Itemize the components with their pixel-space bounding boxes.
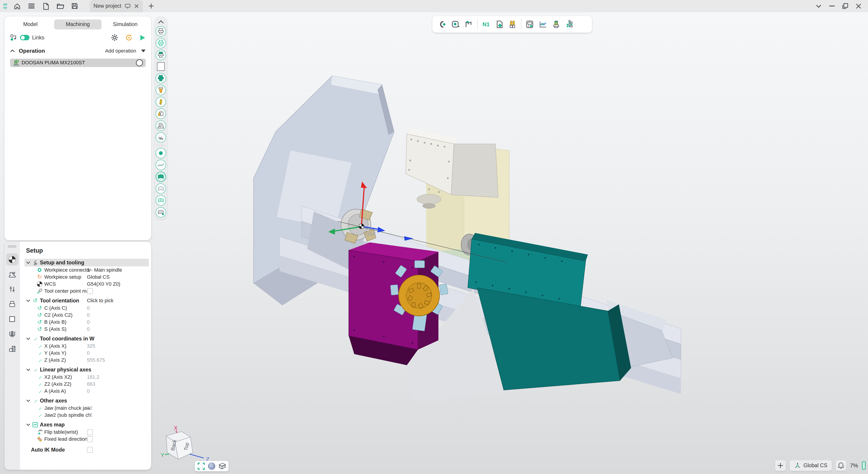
property-row[interactable]: WCS G54(X0 Y0 Z0) xyxy=(25,280,149,287)
rail-drag-handle[interactable] xyxy=(8,245,17,248)
machine-icon[interactable] xyxy=(156,121,166,131)
snap-magnet-icon[interactable] xyxy=(436,18,449,31)
cone-tool-icon[interactable] xyxy=(156,85,166,95)
strip-collapse-chevron-icon[interactable] xyxy=(158,20,164,24)
close-tab-icon[interactable] xyxy=(134,4,139,9)
sheet-point-icon[interactable] xyxy=(156,207,166,217)
property-row[interactable]: ↔Jaw (main chuck jaw12 xyxy=(25,405,149,411)
notifications-button[interactable] xyxy=(836,460,846,471)
property-row[interactable]: Tool center point ma xyxy=(25,287,149,295)
property-row[interactable]: ↔Y (Axis Y)0 xyxy=(25,349,149,357)
tab-simulation[interactable]: Simulation xyxy=(101,20,149,29)
home-button[interactable] xyxy=(13,2,21,10)
collapse-chevron-icon[interactable] xyxy=(10,49,15,53)
graphs-icon[interactable] xyxy=(536,18,550,31)
section-tool-coordinates[interactable]: ↔ Tool coordinates in W xyxy=(25,335,149,342)
tool-orientation-picker[interactable]: Click to pick xyxy=(87,298,114,304)
flip-table-checkbox[interactable] xyxy=(87,429,93,435)
rotation-axis-icon: ↺ xyxy=(36,327,42,332)
tool-holder-filled-icon[interactable] xyxy=(156,73,166,83)
maximize-button[interactable] xyxy=(841,2,849,10)
links-toggle[interactable] xyxy=(20,35,29,40)
sync-icon[interactable] xyxy=(125,34,133,41)
new-file-button[interactable] xyxy=(42,2,50,10)
auto-ik-checkbox[interactable] xyxy=(87,447,93,453)
statistics-icon[interactable] xyxy=(563,18,576,31)
point-icon[interactable] xyxy=(156,148,166,158)
shaded-view-icon[interactable] xyxy=(208,462,216,470)
rail-wcs-tab[interactable] xyxy=(6,253,18,266)
setup-title: Setup xyxy=(26,247,149,254)
machine-part-icon[interactable] xyxy=(156,108,166,119)
measure-tape-icon[interactable] xyxy=(449,18,462,31)
tool-wear-icon[interactable] xyxy=(550,18,563,31)
rail-stock-tab[interactable] xyxy=(6,313,18,325)
add-cs-button[interactable] xyxy=(775,460,785,471)
property-row[interactable]: ↔A (Axis A)0 xyxy=(25,387,149,395)
fit-view-icon[interactable] xyxy=(197,462,206,470)
section-other-axes[interactable]: ↔ Other axes xyxy=(25,397,149,405)
property-row[interactable]: Workpiece connector 1 - Main spindle xyxy=(25,266,149,273)
open-project-button[interactable] xyxy=(56,2,64,10)
rail-reorder-tab[interactable] xyxy=(6,283,18,295)
rail-machine-tab[interactable] xyxy=(6,268,18,280)
links-row: Links xyxy=(4,30,151,44)
gcode-icon[interactable]: N1 xyxy=(479,18,493,31)
caliper-icon[interactable] xyxy=(462,18,476,31)
main-menu-button[interactable] xyxy=(28,2,35,10)
add-operation-button[interactable]: Add operation xyxy=(105,48,146,54)
hatch-lines-icon[interactable] xyxy=(156,132,166,143)
tool-center-point-checkbox[interactable] xyxy=(87,288,93,294)
new-tab-button[interactable] xyxy=(147,2,155,10)
run-play-icon[interactable] xyxy=(140,34,146,41)
stock-square-icon[interactable] xyxy=(157,62,164,71)
surface-filled-icon[interactable] xyxy=(156,172,166,182)
machine-settings-gear-icon[interactable] xyxy=(111,34,119,41)
curve-icon[interactable] xyxy=(156,160,166,170)
property-row[interactable]: ↔X (Axis X)325 xyxy=(25,342,149,349)
section-linear-physical-axes[interactable]: ↔ Linear physical axes xyxy=(25,366,149,373)
property-row[interactable]: ↔Jaw2 (sub spindle ch12 xyxy=(25,412,149,419)
property-row[interactable]: ↺S (Axis S)0 xyxy=(25,326,149,333)
control-panel-icon[interactable] xyxy=(523,18,536,31)
operation-radio[interactable] xyxy=(136,59,143,66)
resource-indicator xyxy=(862,461,866,470)
rail-tool-tab[interactable] xyxy=(6,298,18,310)
property-row[interactable]: ↺B (Axis B)0 xyxy=(25,318,149,326)
tool-holder-outline-icon[interactable] xyxy=(156,26,166,36)
linear-axis-icon: ↔ xyxy=(36,406,42,411)
wireframe-view-icon[interactable] xyxy=(218,462,226,470)
rail-fixture-tab[interactable] xyxy=(6,343,18,355)
grid-surface-icon[interactable] xyxy=(156,195,166,206)
save-button[interactable] xyxy=(71,2,79,10)
property-row[interactable]: Flip table(wrist) xyxy=(25,429,149,436)
tab-model[interactable]: Model xyxy=(6,20,54,29)
operation-item-machine[interactable]: DOOSAN PUMA MX2100ST xyxy=(10,59,146,67)
section-axes-map[interactable]: Axes map xyxy=(25,421,149,429)
cables-icon[interactable] xyxy=(506,18,519,31)
minimize-button[interactable] xyxy=(828,2,836,10)
postprocessor-icon[interactable] xyxy=(493,18,506,31)
window-menu-chevron[interactable] xyxy=(815,2,823,10)
property-row[interactable]: ↻ Workpiece setup Global CS xyxy=(25,273,149,280)
property-row[interactable]: Fixed lead direction xyxy=(25,436,149,443)
tool-holder-teal-outline-icon[interactable] xyxy=(156,38,166,48)
tab-machining[interactable]: Machining xyxy=(54,20,101,29)
property-row[interactable]: ↔X2 (Axis X2)181.2 xyxy=(25,373,149,380)
property-row[interactable]: ↺C (Axis C)0 xyxy=(25,304,149,311)
linear-axis-icon: ↔ xyxy=(32,367,38,372)
coordinate-system-selector[interactable]: Global CS xyxy=(789,460,832,471)
sheet-icon[interactable] xyxy=(156,183,166,194)
property-row[interactable]: ↺C2 (Axis C2)0 xyxy=(25,311,149,318)
close-window-button[interactable] xyxy=(855,2,862,10)
property-row[interactable]: ↔Z2 (Axis Z2)663 xyxy=(25,380,149,387)
project-tab[interactable]: New project xyxy=(90,0,143,12)
tool-holder-teal-top-icon[interactable] xyxy=(156,50,166,60)
drill-tool-icon[interactable] xyxy=(156,97,166,107)
property-row[interactable]: ↔Z (Axis Z)555.675 xyxy=(25,357,149,364)
section-setup-and-tooling[interactable]: Setup and tooling xyxy=(25,259,149,266)
fixed-lead-direction-checkbox[interactable] xyxy=(87,436,93,442)
section-tool-orientation[interactable]: ↺ Tool orientation Click to pick xyxy=(25,297,149,304)
rail-chuck-tab[interactable] xyxy=(6,328,18,340)
fixed-lead-direction-icon xyxy=(36,436,42,442)
